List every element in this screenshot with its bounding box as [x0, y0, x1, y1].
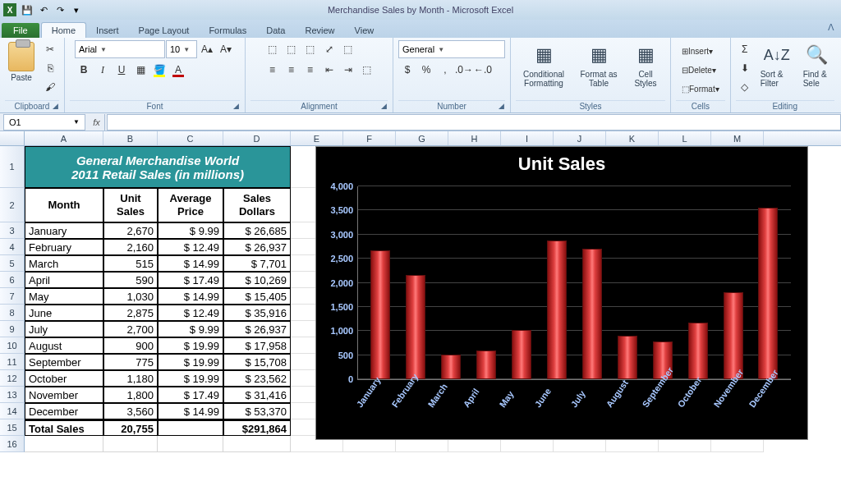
- cell-price[interactable]: $ 17.49: [158, 272, 223, 288]
- cut-icon[interactable]: ✂: [41, 40, 59, 58]
- italic-button[interactable]: I: [94, 61, 112, 79]
- row-header[interactable]: 10: [0, 337, 25, 354]
- column-header-H[interactable]: H: [448, 131, 501, 145]
- header-price[interactable]: Average Price: [158, 188, 223, 222]
- cell-month[interactable]: April: [25, 272, 103, 288]
- cell-price[interactable]: $ 17.49: [158, 387, 223, 403]
- cell-dollars[interactable]: $ 26,685: [223, 222, 291, 239]
- cell[interactable]: [103, 436, 158, 452]
- row-header[interactable]: 16: [0, 436, 25, 452]
- cell-units[interactable]: 590: [103, 272, 158, 288]
- cell-dollars[interactable]: $ 10,269: [223, 272, 291, 288]
- select-all-corner[interactable]: [0, 131, 25, 145]
- alignment-launcher[interactable]: ◢: [379, 102, 388, 110]
- cell-month[interactable]: September: [25, 354, 103, 370]
- font-size-combo[interactable]: 10▼: [166, 40, 197, 58]
- tab-home[interactable]: Home: [41, 22, 86, 38]
- save-icon[interactable]: 💾: [20, 2, 34, 17]
- align-right-icon[interactable]: ≡: [301, 61, 319, 79]
- cell-month[interactable]: November: [25, 387, 103, 403]
- cell-dollars[interactable]: $ 17,958: [223, 337, 291, 354]
- insert-cells-button[interactable]: ⊞ Insert ▾: [676, 42, 719, 60]
- merge-center-button[interactable]: ⬚: [358, 61, 375, 79]
- chart-bar[interactable]: [724, 292, 743, 379]
- cell-price[interactable]: $ 14.99: [158, 288, 223, 305]
- decrease-indent-icon[interactable]: ⇤: [320, 61, 338, 79]
- fill-color-button[interactable]: 🪣: [150, 61, 168, 79]
- cell-price[interactable]: $ 19.99: [158, 370, 223, 387]
- cell[interactable]: [25, 436, 103, 452]
- cell-units[interactable]: 775: [103, 354, 158, 370]
- cell[interactable]: [223, 436, 291, 452]
- cell-dollars[interactable]: $ 26,937: [223, 239, 291, 255]
- column-header-C[interactable]: C: [158, 131, 223, 145]
- font-name-combo[interactable]: Arial▼: [75, 40, 165, 58]
- column-header-J[interactable]: J: [554, 131, 606, 145]
- border-button[interactable]: ▦: [131, 61, 149, 79]
- tab-data[interactable]: Data: [256, 23, 295, 38]
- column-header-K[interactable]: K: [606, 131, 659, 145]
- cell-dollars[interactable]: $ 15,708: [223, 354, 291, 370]
- tab-view[interactable]: View: [345, 23, 384, 38]
- chart-bar[interactable]: [441, 355, 461, 379]
- cell-total-price[interactable]: [158, 419, 223, 436]
- cell-styles-button[interactable]: ▦Cell Styles: [626, 40, 665, 89]
- cell-month[interactable]: February: [25, 239, 103, 255]
- column-header-E[interactable]: E: [291, 131, 343, 145]
- row-header[interactable]: 13: [0, 387, 25, 403]
- help-icon[interactable]: ᐱ: [828, 22, 834, 33]
- wrap-text-button[interactable]: ⬚: [339, 40, 356, 58]
- header-dollars[interactable]: Sales Dollars: [223, 188, 291, 222]
- fill-icon[interactable]: ⬇: [736, 59, 754, 77]
- copy-icon[interactable]: ⎘: [41, 59, 59, 77]
- column-header-D[interactable]: D: [223, 131, 291, 145]
- format-painter-icon[interactable]: 🖌: [41, 78, 59, 96]
- row-header[interactable]: 1: [0, 146, 25, 188]
- chart-bar[interactable]: [582, 249, 602, 379]
- cell-price[interactable]: $ 9.99: [158, 222, 223, 239]
- paste-button[interactable]: Paste: [5, 40, 38, 84]
- formula-input[interactable]: [107, 114, 841, 131]
- underline-button[interactable]: U: [113, 61, 131, 79]
- column-header-F[interactable]: F: [343, 131, 396, 145]
- row-header[interactable]: 15: [0, 419, 25, 436]
- find-select-button[interactable]: 🔍Find & Sele: [800, 40, 834, 89]
- column-header-M[interactable]: M: [711, 131, 764, 145]
- column-header-L[interactable]: L: [659, 131, 711, 145]
- title-merged-cell[interactable]: General Merchandise World2011 Retail Sal…: [25, 146, 291, 188]
- sort-filter-button[interactable]: A↓ZSort & Filter: [757, 40, 797, 89]
- increase-font-icon[interactable]: A▴: [198, 40, 216, 58]
- cell-dollars[interactable]: $ 23,562: [223, 370, 291, 387]
- cell-total-dollars[interactable]: $291,864: [223, 419, 291, 436]
- number-launcher[interactable]: ◢: [497, 102, 505, 110]
- row-header[interactable]: 6: [0, 272, 25, 288]
- chart-bar[interactable]: [758, 208, 778, 379]
- row-header[interactable]: 3: [0, 222, 25, 239]
- cell-price[interactable]: $ 14.99: [158, 255, 223, 272]
- row-header[interactable]: 8: [0, 305, 25, 321]
- chart-bar[interactable]: [688, 323, 708, 379]
- column-header-A[interactable]: A: [25, 131, 103, 145]
- font-launcher[interactable]: ◢: [232, 102, 240, 110]
- delete-cells-button[interactable]: ⊟ Delete ▾: [676, 61, 722, 79]
- cell-price[interactable]: $ 12.49: [158, 305, 223, 321]
- cell-units[interactable]: 515: [103, 255, 158, 272]
- currency-icon[interactable]: $: [398, 61, 416, 79]
- chart-bar[interactable]: [476, 351, 496, 379]
- embedded-chart[interactable]: Unit Sales 05001,0001,5002,0002,5003,000…: [315, 146, 808, 440]
- cell-dollars[interactable]: $ 26,937: [223, 321, 291, 337]
- decrease-decimal-icon[interactable]: ←.0: [474, 61, 492, 79]
- cell-total-label[interactable]: Total Sales: [25, 419, 103, 436]
- align-middle-icon[interactable]: ⬚: [283, 40, 301, 58]
- increase-indent-icon[interactable]: ⇥: [339, 61, 357, 79]
- cell-price[interactable]: $ 9.99: [158, 321, 223, 337]
- clipboard-launcher[interactable]: ◢: [51, 102, 59, 110]
- cell-units[interactable]: 3,560: [103, 403, 158, 419]
- cell-price[interactable]: $ 14.99: [158, 403, 223, 419]
- cell-dollars[interactable]: $ 31,416: [223, 387, 291, 403]
- cell-month[interactable]: December: [25, 403, 103, 419]
- cell-units[interactable]: 1,180: [103, 370, 158, 387]
- clear-icon[interactable]: ◇: [736, 78, 754, 96]
- cell-units[interactable]: 1,800: [103, 387, 158, 403]
- percent-icon[interactable]: %: [417, 61, 435, 79]
